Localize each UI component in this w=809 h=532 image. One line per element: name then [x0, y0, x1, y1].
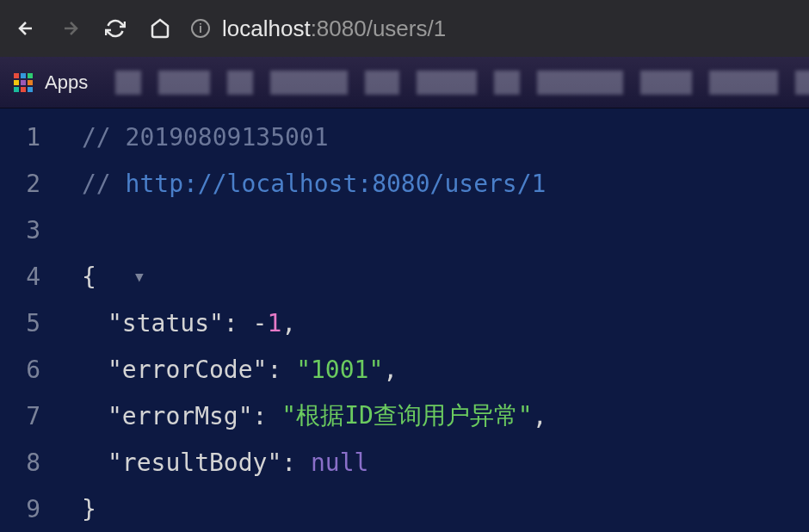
comment-slashes: // — [82, 170, 126, 198]
line-number: 3 — [0, 207, 47, 253]
code-content: // 20190809135001 // http://localhost:80… — [47, 108, 809, 532]
json-number: 1 — [267, 309, 281, 337]
json-key: "resultBody" — [108, 448, 281, 477]
line-number: 2 — [0, 160, 47, 207]
colon: : — [253, 402, 282, 430]
url-display: localhost:8080/users/1 — [222, 15, 446, 42]
code-line: } — [82, 486, 809, 532]
json-string: "1001" — [296, 356, 383, 384]
home-icon[interactable] — [150, 18, 170, 39]
brace-close: } — [82, 495, 96, 523]
code-line: // http://localhost:8080/users/1 — [82, 160, 809, 207]
colon: : — [281, 448, 311, 477]
neg-sign: - — [253, 309, 268, 337]
comment-url: http://localhost:8080/users/1 — [126, 170, 547, 198]
colon: : — [267, 356, 296, 384]
apps-label[interactable]: Apps — [45, 71, 88, 94]
reload-icon[interactable] — [105, 18, 126, 39]
json-null: null — [311, 448, 368, 477]
comma: , — [533, 402, 547, 430]
url-path: :8080/users/1 — [311, 15, 447, 41]
nav-controls — [15, 18, 170, 39]
line-number: 9 — [0, 486, 47, 532]
line-number: 6 — [0, 346, 47, 393]
line-number: 8 — [0, 439, 47, 486]
brace-open: { — [82, 263, 96, 291]
url-host: localhost — [222, 15, 311, 41]
json-viewer: 1 2 3 4 5 6 7 8 9 // 20190809135001 // h… — [0, 108, 809, 532]
colon: : — [224, 309, 253, 337]
forward-icon[interactable] — [60, 18, 81, 39]
code-line: "errorMsg": "根据ID查询用户异常", — [82, 393, 809, 439]
comment-slashes: // — [82, 123, 126, 152]
line-number: 4 — [0, 253, 47, 300]
code-line: ▼{ — [82, 253, 809, 300]
json-string: "根据ID查询用户异常" — [281, 399, 532, 432]
apps-icon[interactable] — [14, 73, 33, 92]
json-key: "status" — [108, 309, 224, 337]
bookmarks-blurred — [115, 67, 809, 98]
comment-timestamp: 20190809135001 — [126, 123, 329, 152]
site-info-icon[interactable]: i — [191, 19, 210, 38]
comma: , — [281, 309, 296, 337]
line-number: 5 — [0, 300, 47, 346]
comma: , — [383, 356, 398, 384]
code-line: "status": -1, — [82, 300, 809, 346]
line-number: 1 — [0, 114, 47, 160]
json-key: "errorMsg" — [108, 402, 253, 430]
code-line: "resultBody": null — [82, 439, 809, 486]
address-bar[interactable]: i localhost:8080/users/1 — [191, 15, 794, 42]
browser-toolbar: i localhost:8080/users/1 — [0, 0, 809, 57]
code-line-empty — [82, 207, 809, 253]
back-icon[interactable] — [15, 18, 36, 39]
bookmarks-bar: Apps — [0, 57, 809, 108]
line-number: 7 — [0, 393, 47, 439]
json-key: "errorCode" — [108, 356, 267, 384]
code-line: // 20190809135001 — [82, 114, 809, 160]
fold-icon[interactable]: ▼ — [135, 269, 144, 285]
line-gutter: 1 2 3 4 5 6 7 8 9 — [0, 108, 47, 532]
code-line: "errorCode": "1001", — [82, 346, 809, 393]
